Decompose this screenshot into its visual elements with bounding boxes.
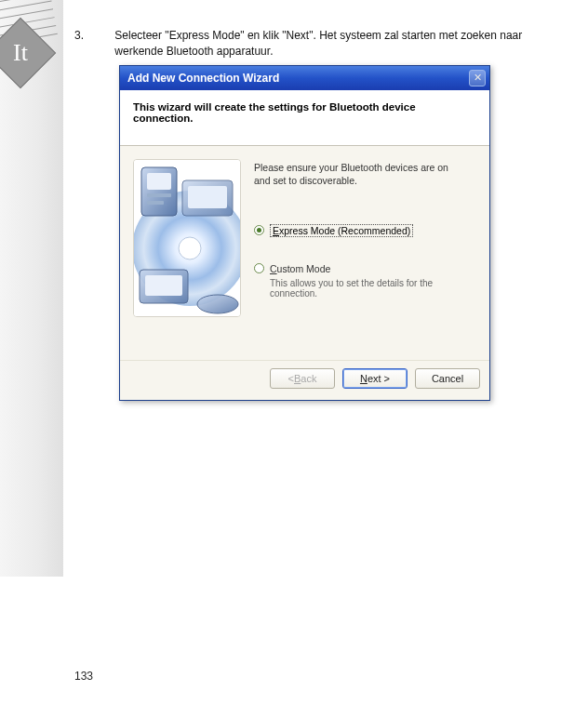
radio-express-label: Express Mode (Recommended)	[270, 224, 413, 237]
wizard-body: Please ensure your Bluetooth devices are…	[120, 146, 489, 360]
wizard-illustration	[133, 159, 241, 317]
radio-custom[interactable]: Custom Mode	[254, 263, 476, 274]
options-panel: Please ensure your Bluetooth devices are…	[254, 159, 476, 323]
step-number: 3.	[74, 28, 112, 44]
step-text: Selecteer "Express Mode" en klik "Next".…	[114, 28, 561, 60]
radio-custom-subtext: This allows you to set the details for t…	[270, 278, 465, 299]
page-number: 133	[74, 670, 93, 683]
wizard-window: Add New Connection Wizard ✕ This wizard …	[119, 65, 490, 401]
radio-express[interactable]: Express Mode (Recommended)	[254, 224, 476, 237]
svg-point-2	[179, 237, 201, 259]
svg-rect-8	[145, 275, 182, 296]
svg-rect-4	[147, 173, 171, 190]
titlebar: Add New Connection Wizard ✕	[120, 66, 489, 90]
page-content: 3. Selecteer "Express Mode" en klik "Nex…	[74, 28, 577, 401]
radio-custom-label: Custom Mode	[270, 263, 330, 274]
back-button: < Back	[270, 368, 335, 389]
svg-point-9	[197, 295, 238, 313]
window-title: Add New Connection Wizard	[127, 72, 279, 85]
close-button[interactable]: ✕	[469, 70, 486, 86]
svg-rect-5	[147, 193, 171, 197]
side-banner: It	[0, 0, 63, 577]
wizard-heading: This wizard will create the settings for…	[120, 90, 489, 146]
language-badge-text: It	[13, 39, 28, 67]
svg-rect-6	[147, 201, 164, 205]
close-icon: ✕	[474, 72, 482, 83]
svg-rect-11	[188, 186, 227, 208]
cancel-button[interactable]: Cancel	[415, 368, 480, 389]
next-button[interactable]: Next >	[342, 368, 408, 389]
radio-icon	[254, 225, 264, 235]
intro-text: Please ensure your Bluetooth devices are…	[254, 161, 449, 187]
radio-icon	[254, 263, 264, 273]
wizard-footer: < Back Next > Cancel	[120, 360, 489, 400]
instruction-step: 3. Selecteer "Express Mode" en klik "Nex…	[74, 28, 577, 60]
